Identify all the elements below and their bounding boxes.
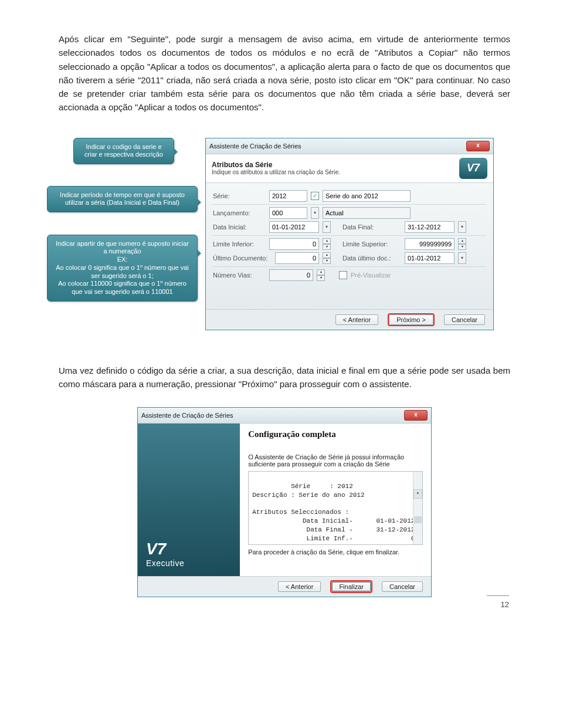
paragraph-2: Uma vez definido o código da série a cri… [59,364,510,391]
scroll-thumb[interactable] [414,516,422,523]
input-lancamento[interactable] [269,207,307,219]
callout-periodo: Indicar período de tempo em que é supost… [47,186,198,213]
input-serie-desc[interactable] [323,190,411,202]
dropdown-df-icon[interactable]: ▾ [458,221,466,233]
page-number: 12 [501,600,509,609]
anterior-button[interactable]: < Anterior [335,314,378,325]
dropdown-di-icon[interactable]: ▾ [323,221,331,233]
paragraph-1: Após clicar em "Seguinte", pode surgir a… [59,32,510,114]
label-num-vias: Número Vias: [213,272,266,279]
dialog2-button-bar: < Anterior Finalizar Cancelar [138,576,431,597]
proximo-button[interactable]: Próximo > [389,314,433,325]
close-icon[interactable]: x [466,141,490,151]
anterior-button[interactable]: < Anterior [278,581,321,592]
input-data-ult-doc[interactable] [405,252,455,264]
dialog-button-bar: < Anterior Próximo > Cancelar [206,309,493,330]
page-number-divider [487,595,509,596]
scroll-up-icon[interactable]: ▴ [413,489,422,499]
spinner-lim-inf-icon[interactable]: ▴▾ [323,238,331,250]
header-title: Atributos da Série [212,161,340,169]
label-lancamento: Lançamento: [213,209,266,216]
dialog2-sidebar: V7 Executive [138,424,240,576]
label-lim-sup: Limite Superior: [342,241,401,248]
dialog-body: Série: ✓ Lançamento: ▾ Data Inicial: ▾ D [206,183,493,309]
input-data-inicial[interactable] [269,221,319,233]
cancelar-button[interactable]: Cancelar [444,314,485,325]
input-lanc-desc [323,207,411,219]
dialog2-title: Assistente de Criação de Séries [141,412,233,419]
dialog-title: Assistente de Criação de Séries [209,143,301,150]
dropdown-lanc-icon[interactable]: ▾ [311,207,319,219]
close-icon[interactable]: x [404,410,428,421]
label-data-inicial: Data Inicial: [213,224,266,231]
dialog-header: Atributos da Série Indique os atributos … [206,154,493,183]
config-listing: Série : 2012 Descrição : Serie do ano 20… [248,471,423,545]
input-serie[interactable] [269,190,307,202]
label-lim-inf: Limite Inferior: [213,241,266,248]
cancelar-button[interactable]: Cancelar [382,581,423,592]
callout-numero: Indicar apartir de que numero é suposto … [47,235,198,302]
label-data-final: Data Final: [342,224,401,231]
input-lim-inf[interactable] [269,238,319,250]
screenshot-1: Indicar o codigo da serie e criar e resp… [73,138,496,340]
dialog-config-completa: Assistente de Criação de Séries x V7 Exe… [137,407,432,597]
label-data-ult-doc: Data último doc.: [342,255,401,262]
header-subtitle: Indique os atributos a utilizar na criaç… [212,169,340,175]
input-num-vias [269,269,313,281]
dialog2-titlebar: Assistente de Criação de Séries x [138,408,431,424]
dialog2-content: Configuração completa O Assistente de Cr… [240,424,431,576]
scrollbar[interactable]: ▴ [413,472,422,544]
spinner-num-vias-icon: ▴▾ [317,269,325,281]
label-previsualizar: Pré-Visualizar [351,272,391,279]
dialog-atributos: Assistente de Criação de Séries x Atribu… [205,138,494,330]
dialog-titlebar: Assistente de Criação de Séries x [206,138,493,154]
config-intro: O Assistente de Criação de Série já poss… [248,453,423,468]
label-serie: Série: [213,192,266,199]
input-lim-sup[interactable] [405,238,455,250]
dropdown-dud-icon[interactable]: ▾ [458,252,466,264]
checkbox-serie[interactable]: ✓ [311,192,319,200]
label-ult-doc: Último Documento: [213,255,272,262]
spinner-ult-doc-icon[interactable]: ▴▾ [323,252,331,264]
callout-codigo: Indicar o codigo da serie e criar e resp… [73,138,174,165]
finalizar-button[interactable]: Finalizar [331,581,371,592]
input-data-final[interactable] [405,221,455,233]
config-footer: Para proceder à criação da Série, clique… [248,548,423,556]
logo-icon: V7 [146,540,232,558]
spinner-lim-sup-icon[interactable]: ▴▾ [458,238,466,250]
config-heading: Configuração completa [248,429,423,439]
input-ult-doc[interactable] [275,252,319,264]
checkbox-previsualizar [339,271,347,279]
listing-text: Série : 2012 Descrição : Serie do ano 20… [252,483,419,545]
brand-text: Executive [146,558,232,568]
logo-icon: V7 [459,158,487,179]
